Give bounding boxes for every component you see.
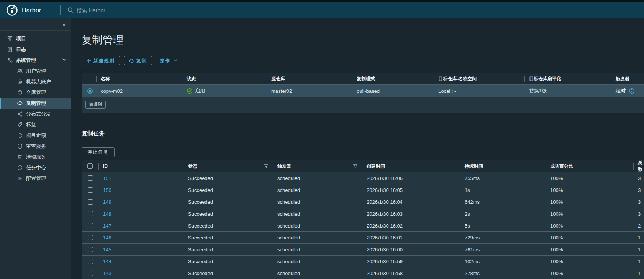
task-id-link[interactable]: 149 [103,199,111,205]
task-row[interactable]: 143 Succeeded scheduled 2026/1/30 15:58 … [82,267,644,279]
search-input[interactable] [77,7,192,13]
column-header-success[interactable]: 成功百分比 [546,160,633,172]
task-duration: 5s [460,220,546,231]
rules-radio-column-header [82,73,96,84]
task-id-link[interactable]: 151 [103,175,111,181]
task-checkbox[interactable] [88,175,93,181]
search-icon [67,7,74,13]
task-trigger: scheduled [273,232,362,243]
column-header-name[interactable]: 名称 [96,73,182,84]
column-header-trigger[interactable]: 触发器 [273,160,362,172]
manage-columns-button[interactable]: 管理列 [85,101,106,109]
task-checkbox[interactable] [88,271,93,276]
task-checkbox[interactable] [88,223,93,228]
brand-title: Harbor [22,7,41,14]
chevron-down-icon[interactable] [62,58,66,61]
sidebar-item-robot-accounts[interactable]: 机器人账户 [0,76,71,87]
sidebar-collapse-row: « [0,18,71,31]
sidebar-item-replications[interactable]: 复制管理 [0,98,71,109]
task-row[interactable]: 149 Succeeded scheduled 2026/1/30 16:04 … [82,196,644,208]
filter-icon[interactable] [353,164,357,168]
sidebar-item-project-quotas[interactable]: 项目定额 [0,130,71,141]
task-status: Succeeded [184,232,273,243]
task-id-link[interactable]: 145 [103,247,111,253]
task-created-time: 2026/1/30 16:03 [362,208,460,220]
column-header-status[interactable]: 状态 [182,73,267,84]
sidebar-item-configuration[interactable]: 配置管理 [0,173,71,184]
info-icon[interactable] [629,88,635,94]
brand[interactable]: Harbor [0,2,60,18]
task-row[interactable]: 145 Succeeded scheduled 2026/1/30 16:00 … [82,243,644,255]
column-header-status[interactable]: 状态 [184,160,273,172]
column-header-duration[interactable]: 持续时间 [460,160,546,172]
collapse-sidebar-icon[interactable]: « [62,21,66,28]
page-title: 复制管理 [82,33,644,47]
sidebar-item-logs[interactable]: 日志 [0,44,71,55]
rules-table-header: 名称 状态 源仓库 复制模式 目标仓库:名称空间 目标仓库扁平化 触发器 [82,73,644,84]
rule-row[interactable]: copy-m02 启用 master02 pull-based Local : … [82,84,644,97]
column-header-destination[interactable]: 目标仓库:名称空间 [434,73,524,84]
sidebar-item-label: 系统管理 [16,57,36,64]
select-all-checkbox[interactable] [87,163,93,169]
task-row[interactable]: 151 Succeeded scheduled 2026/1/30 16:06 … [82,172,644,184]
task-id-link[interactable]: 143 [103,271,111,276]
column-header-mode[interactable]: 复制模式 [352,73,434,84]
column-header-source[interactable]: 源仓库 [267,73,352,84]
task-checkbox[interactable] [88,187,93,193]
task-row[interactable]: 147 Succeeded scheduled 2026/1/30 16:02 … [82,220,644,231]
sidebar-item-label: 审查服务 [26,143,46,150]
task-checkbox[interactable] [88,247,93,252]
sidebar-item-job-center[interactable]: 任务中心 [0,162,71,173]
tasks-table: ID 状态 触发器 创建时间 持续时间 成功百分比 总数 [82,160,644,279]
task-checkbox[interactable] [88,211,93,216]
header-divider [60,5,61,15]
task-id-link[interactable]: 150 [103,187,111,193]
task-checkbox[interactable] [88,259,93,264]
column-header-id[interactable]: ID [98,160,184,172]
task-row[interactable]: 144 Succeeded scheduled 2026/1/30 15:59 … [82,255,644,267]
sidebar-item-label: 仓库管理 [26,89,46,96]
task-duration: 642ms [460,196,546,208]
sidebar-item-system-admin[interactable]: 系统管理 [0,55,71,66]
task-success-rate: 100% [546,184,633,196]
task-status: Succeeded [184,244,273,255]
task-id-link[interactable]: 148 [103,211,111,217]
replicate-button[interactable]: 复制 [124,56,152,65]
column-header-total[interactable]: 总数 [633,160,644,172]
actions-dropdown-button[interactable]: 操作 [157,56,180,65]
tag-icon [17,122,23,128]
task-id-link[interactable]: 146 [103,235,111,241]
sidebar-item-projects[interactable]: 项目 [0,33,71,44]
task-duration: 2s [460,208,546,220]
task-duration: 755ms [460,172,546,184]
sidebar-item-label: 用户管理 [26,68,46,74]
sidebar-item-registries[interactable]: 仓库管理 [0,87,71,98]
column-header-flattening[interactable]: 目标仓库扁平化 [524,73,611,84]
task-id-link[interactable]: 147 [103,223,111,229]
replication-cloud-icon [17,100,23,106]
task-success-rate: 100% [546,220,633,231]
global-search[interactable] [67,7,192,13]
task-duration: 1s [460,184,546,196]
task-trigger: scheduled [273,267,362,279]
sidebar-item-gc[interactable]: 清理服务 [0,152,71,162]
new-rule-button[interactable]: 新建规则 [82,56,120,65]
sidebar-item-distribution[interactable]: 分布式分发 [0,109,71,119]
sidebar-item-users[interactable]: 用户管理 [0,66,71,76]
column-header-trigger[interactable]: 触发器 [611,73,644,84]
sidebar-item-labels[interactable]: 标签 [0,119,71,130]
task-row[interactable]: 148 Succeeded scheduled 2026/1/30 16:03 … [82,208,644,220]
column-header-created[interactable]: 创建时间 [362,160,460,172]
task-checkbox[interactable] [88,199,93,205]
stop-task-button[interactable]: 停止任务 [82,147,115,157]
task-id-link[interactable]: 144 [103,259,111,264]
sidebar-item-interrogation[interactable]: 审查服务 [0,141,71,152]
main-content: 复制管理 新建规则 复制 操作 名称 [71,18,644,279]
task-checkbox[interactable] [88,235,93,240]
projects-icon [7,36,13,42]
task-row[interactable]: 146 Succeeded scheduled 2026/1/30 16:01 … [82,231,644,243]
rule-radio-selected[interactable] [87,88,93,94]
task-duration: 761ms [460,244,546,255]
task-row[interactable]: 150 Succeeded scheduled 2026/1/30 16:05 … [82,184,644,196]
filter-icon[interactable] [264,164,268,168]
